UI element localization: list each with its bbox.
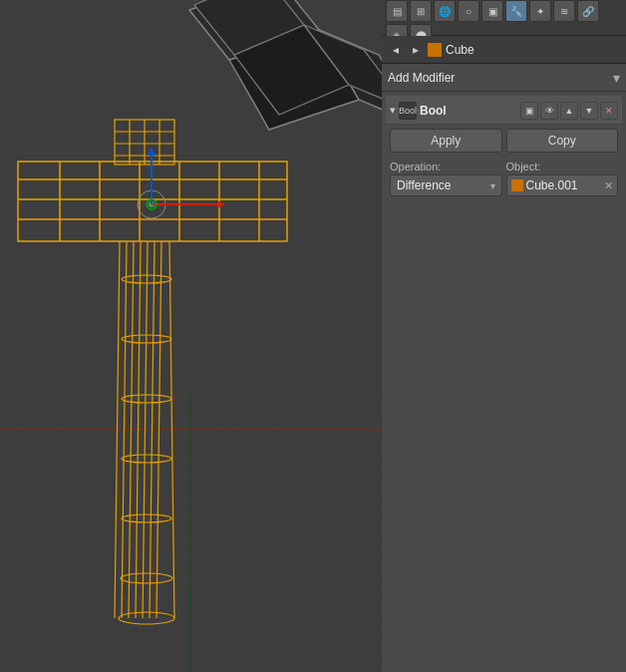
render-icon-btn[interactable]: ▤ (386, 0, 408, 22)
properties-panel: ▤ ⊞ 🌐 ○ ▣ 🔧 ✦ ≋ 🔗 ◈ ⬤ ◂ ▸ Cube Add Modif… (382, 0, 626, 672)
object-label: Object: (506, 161, 619, 172)
render-layer-icon-btn[interactable]: ⊞ (410, 0, 432, 22)
down-icon: ▼ (585, 106, 594, 116)
modifier-icon-btn[interactable]: 🔧 (505, 0, 527, 22)
3d-viewport[interactable] (0, 0, 382, 672)
object-icon-btn[interactable]: ▣ (481, 0, 503, 22)
breadcrumb-object-name: Cube (446, 43, 474, 57)
modifier-block: ▾ Bool Bool ▣ 👁 ▲ ▼ (386, 96, 622, 200)
operation-value: Difference (397, 178, 451, 192)
breadcrumb-object-icon (428, 43, 442, 57)
modifier-type-label: Bool (399, 106, 417, 116)
modifier-camera-btn[interactable]: ▣ (520, 102, 538, 120)
scene-icon-btn[interactable]: 🌐 (434, 0, 456, 22)
object-cube-icon (511, 179, 523, 191)
modifier-close-btn[interactable]: ✕ (600, 102, 618, 120)
properties-icon-bar: ▤ ⊞ 🌐 ○ ▣ 🔧 ✦ ≋ 🔗 ◈ ⬤ (382, 0, 626, 36)
add-modifier-arrow: ▾ (613, 70, 620, 86)
object-value: Cube.001 (526, 178, 602, 192)
breadcrumb: ◂ ▸ Cube (382, 36, 626, 64)
modifier-header: ▾ Bool Bool ▣ 👁 ▲ ▼ (386, 97, 622, 125)
physics-icon-btn[interactable]: ≋ (553, 0, 575, 22)
modifier-name: Bool (420, 104, 517, 118)
modifier-header-icons: ▣ 👁 ▲ ▼ ✕ (520, 102, 618, 120)
copy-button[interactable]: Copy (506, 129, 619, 153)
constraints-icon-btn[interactable]: 🔗 (577, 0, 599, 22)
modifier-actions: Apply Copy (386, 125, 622, 157)
breadcrumb-forward-btn[interactable]: ▸ (408, 42, 424, 58)
add-modifier-label: Add Modifier (388, 71, 613, 85)
object-clear-btn[interactable]: ✕ (604, 179, 613, 192)
particles-icon-btn[interactable]: ✦ (529, 0, 551, 22)
modifier-fields: Operation: Difference ▾ Object: Cube.001… (386, 157, 622, 200)
apply-button[interactable]: Apply (390, 129, 502, 153)
modifier-up-btn[interactable]: ▲ (560, 102, 578, 120)
object-field-group: Object: Cube.001 ✕ (506, 161, 619, 196)
object-field[interactable]: Cube.001 ✕ (506, 174, 619, 196)
add-modifier-row[interactable]: Add Modifier ▾ (382, 64, 626, 92)
modifier-icon-wrap: Bool (399, 102, 417, 120)
operation-label: Operation: (390, 161, 502, 172)
world-icon-btn[interactable]: ○ (458, 0, 479, 22)
modifier-down-btn[interactable]: ▼ (580, 102, 598, 120)
operation-field-group: Operation: Difference ▾ (390, 161, 502, 196)
eye-icon: 👁 (545, 106, 554, 116)
breadcrumb-back-btn[interactable]: ◂ (388, 42, 404, 58)
up-icon: ▲ (565, 106, 574, 116)
camera-icon: ▣ (525, 106, 534, 116)
close-icon: ✕ (605, 106, 613, 116)
operation-dropdown-arrow: ▾ (490, 180, 495, 191)
modifier-eye-btn[interactable]: 👁 (540, 102, 558, 120)
modifier-toggle[interactable]: ▾ (390, 104, 396, 117)
operation-dropdown[interactable]: Difference ▾ (390, 174, 502, 196)
